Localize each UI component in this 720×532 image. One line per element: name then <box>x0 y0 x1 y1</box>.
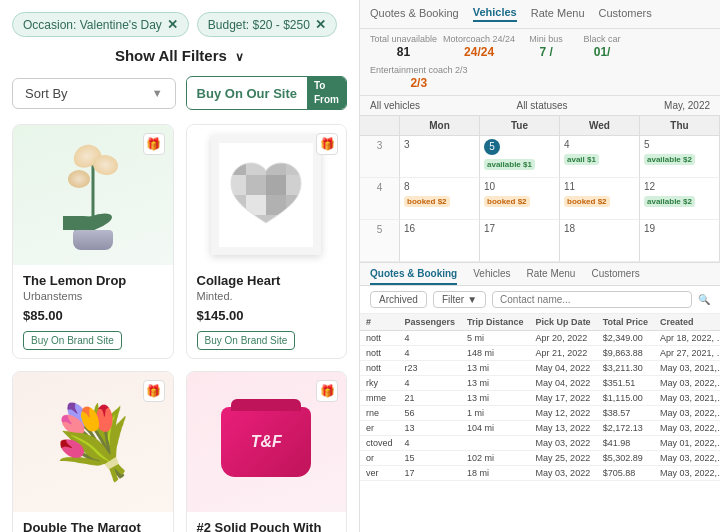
calendar-day[interactable]: 16 <box>400 220 480 262</box>
stat-mini-bus: Mini bus 7 / <box>521 34 571 59</box>
controls-row: Sort By ▼ Buy On Our Site To From <box>12 76 347 110</box>
product-info: Collage Heart Minted. $145.00 Buy On Bra… <box>187 265 347 358</box>
show-all-filters-button[interactable]: Show All Filters ∨ <box>12 47 347 64</box>
svg-rect-10 <box>246 195 266 215</box>
table-row[interactable]: or15102 miMay 25, 2022$5,302.89May 03, 2… <box>360 450 720 465</box>
right-bottom: Quotes & Booking Vehicles Rate Menu Cust… <box>360 262 720 532</box>
product-card[interactable]: 🎁 The Lemon Drop Urbanstems $85.00 Buy O… <box>12 124 174 359</box>
tab-customers-bottom[interactable]: Customers <box>591 268 639 285</box>
tab-quotes-booking-bottom[interactable]: Quotes & Booking <box>370 268 457 285</box>
stat-black-car: Black car 01/ <box>577 34 627 59</box>
table-row[interactable]: mme2113 miMay 17, 2022$1,115.00May 03, 2… <box>360 390 720 405</box>
gift-icon: 🎁 <box>143 133 165 155</box>
occasion-filter-tag[interactable]: Occasion: Valentine's Day ✕ <box>12 12 189 37</box>
product-image: 🎁 <box>13 125 173 265</box>
booked-badge: booked $2 <box>564 196 610 207</box>
gift-icon: 🎁 <box>316 133 338 155</box>
product-image: 🎁 <box>187 125 347 265</box>
available-badge: available $2 <box>644 154 695 165</box>
calendar-day-today[interactable]: 5 available $1 <box>480 136 560 178</box>
sort-caret-icon: ▼ <box>152 87 163 99</box>
col-header-trip-distance: Trip Distance <box>461 314 530 331</box>
search-icon: 🔍 <box>698 294 710 305</box>
buy-btn-to-from-toggle[interactable]: To From <box>307 77 346 109</box>
tab-quotes-booking[interactable]: Quotes & Booking <box>370 7 459 21</box>
available-badge: avail $1 <box>564 154 599 165</box>
stats-row: Total unavailable 81 Motorcoach 24/24 24… <box>360 29 720 96</box>
tab-rate-menu-bottom[interactable]: Rate Menu <box>526 268 575 285</box>
col-header-passengers: Passengers <box>399 314 462 331</box>
calendar-day[interactable]: 5 available $2 <box>640 136 720 178</box>
available-badge: available $2 <box>644 196 695 207</box>
orchid-illustration <box>58 140 128 250</box>
filter-button[interactable]: Filter ▼ <box>433 291 486 308</box>
table-row[interactable]: ver1718 miMay 03, 2022$705.88May 03, 202… <box>360 465 720 480</box>
all-vehicles-label: All vehicles <box>370 100 420 111</box>
product-info: #2 Solid Pouch With In... T&F $95.00 Buy… <box>187 512 347 532</box>
col-header-num: # <box>360 314 399 331</box>
table-row[interactable]: nottr2313 miMay 04, 2022$3,211.30May 03,… <box>360 360 720 375</box>
buy-on-our-site-button[interactable]: Buy On Our Site To From <box>186 76 347 110</box>
budget-filter-close[interactable]: ✕ <box>315 17 326 32</box>
table-row[interactable]: nott4148 miApr 21, 2022$9,863.88Apr 27, … <box>360 345 720 360</box>
table-row[interactable]: er13104 miMay 13, 2022$2,172.13May 03, 2… <box>360 420 720 435</box>
stat-entertainment-coach: Entertainment coach 2/3 2/3 <box>370 65 468 90</box>
mon-header: Mon <box>400 116 480 135</box>
gift-icon: 🎁 <box>316 380 338 402</box>
calendar-day[interactable]: 8 booked $2 <box>400 178 480 220</box>
occasion-filter-label: Occasion: Valentine's Day <box>23 18 162 32</box>
table-row[interactable]: nott45 miApr 20, 2022$2,349.00Apr 18, 20… <box>360 330 720 345</box>
product-card[interactable]: T&F 🎁 #2 Solid Pouch With In... T&F $95.… <box>186 371 348 532</box>
booked-badge: booked $2 <box>484 196 530 207</box>
gift-icon: 🎁 <box>143 380 165 402</box>
data-table: # Passengers Trip Distance Pick Up Date … <box>360 314 720 532</box>
sort-by-select[interactable]: Sort By ▼ <box>12 78 176 109</box>
product-image: T&F 🎁 <box>187 372 347 512</box>
calendar-day[interactable]: 19 <box>640 220 720 262</box>
tab-vehicles-bottom[interactable]: Vehicles <box>473 268 510 285</box>
calendar-week-3: 5 16 17 18 19 <box>360 220 720 262</box>
calendar-day[interactable]: 10 booked $2 <box>480 178 560 220</box>
left-panel: Occasion: Valentine's Day ✕ Budget: $20 … <box>0 0 360 532</box>
calendar-day[interactable]: 17 <box>480 220 560 262</box>
svg-rect-5 <box>226 175 246 195</box>
calendar-day[interactable]: 11 booked $2 <box>560 178 640 220</box>
product-info: The Lemon Drop Urbanstems $85.00 Buy On … <box>13 265 173 358</box>
tue-header: Tue <box>480 116 560 135</box>
product-card[interactable]: 💐 🎁 Double The Margot Urbanstems $95.00 … <box>12 371 174 532</box>
stat-total-unavailable: Total unavailable 81 <box>370 34 437 59</box>
archived-button[interactable]: Archived <box>370 291 427 308</box>
budget-filter-tag[interactable]: Budget: $20 - $250 ✕ <box>197 12 337 37</box>
calendar-week-2: 4 8 booked $2 10 booked $2 11 booked $2 … <box>360 178 720 220</box>
show-filters-chevron-icon: ∨ <box>235 50 244 64</box>
table-header-row: # Passengers Trip Distance Pick Up Date … <box>360 314 720 331</box>
svg-rect-6 <box>246 175 266 195</box>
week-number: 3 <box>360 136 400 178</box>
filter-caret-icon: ▼ <box>467 294 477 305</box>
calendar-day[interactable]: 18 <box>560 220 640 262</box>
table-row[interactable]: ctoved4May 03, 2022$41.98May 01, 2022, 0… <box>360 435 720 450</box>
svg-rect-3 <box>266 155 286 175</box>
product-card[interactable]: 🎁 Collage Heart Minted. $145.00 Buy On B… <box>186 124 348 359</box>
product-image: 💐 🎁 <box>13 372 173 512</box>
contact-search-input[interactable] <box>492 291 692 308</box>
tab-vehicles[interactable]: Vehicles <box>473 6 517 22</box>
right-panel: Quotes & Booking Vehicles Rate Menu Cust… <box>360 0 720 532</box>
collage-heart-illustration <box>211 135 321 255</box>
svg-rect-8 <box>286 175 306 195</box>
calendar-day[interactable]: 4 avail $1 <box>560 136 640 178</box>
table-row[interactable]: rky413 miMay 04, 2022$351.51May 03, 2022… <box>360 375 720 390</box>
products-grid: 🎁 The Lemon Drop Urbanstems $85.00 Buy O… <box>12 124 347 532</box>
week-number: 5 <box>360 220 400 262</box>
calendar-day[interactable]: 3 <box>400 136 480 178</box>
svg-rect-2 <box>246 155 266 175</box>
buy-on-brand-site-button[interactable]: Buy On Brand Site <box>23 331 122 350</box>
buy-on-brand-site-button[interactable]: Buy On Brand Site <box>197 331 296 350</box>
tab-rate-menu[interactable]: Rate Menu <box>531 7 585 21</box>
calendar-day[interactable]: 12 available $2 <box>640 178 720 220</box>
table-controls: Archived Filter ▼ 🔍 <box>360 286 720 314</box>
table-row[interactable]: rne561 miMay 12, 2022$38.57May 03, 2022,… <box>360 405 720 420</box>
pouch-illustration: T&F <box>221 407 311 477</box>
occasion-filter-close[interactable]: ✕ <box>167 17 178 32</box>
tab-customers[interactable]: Customers <box>599 7 652 21</box>
